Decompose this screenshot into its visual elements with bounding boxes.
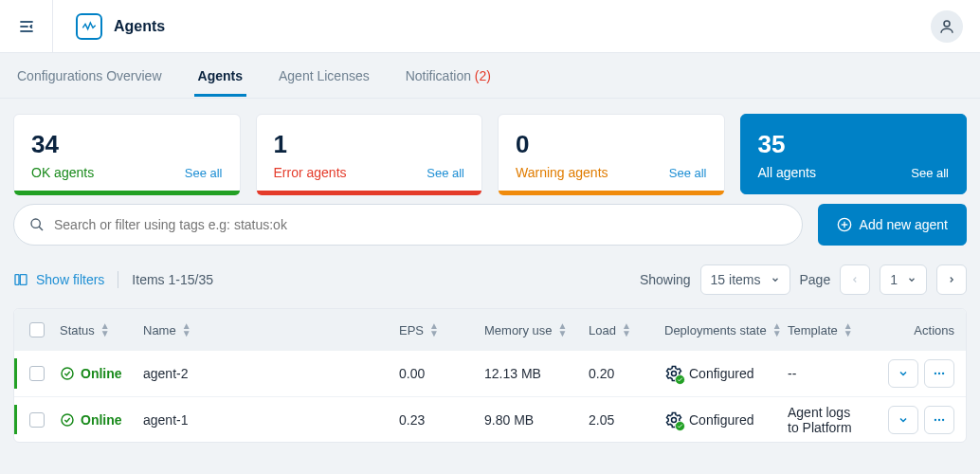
- sort-icon: ▲▼: [622, 322, 631, 337]
- show-filters-label: Show filters: [36, 272, 104, 287]
- column-load[interactable]: Load▲▼: [589, 322, 664, 337]
- sort-icon: ▲▼: [558, 322, 568, 337]
- card-warning-seeall-link[interactable]: See all: [669, 166, 707, 180]
- svg-point-11: [62, 368, 73, 379]
- page-prev-button[interactable]: [840, 264, 870, 295]
- card-warning-label: Warning agents: [516, 165, 608, 180]
- agent-template: Agent logs to Platform: [788, 405, 860, 435]
- page-label: Page: [800, 272, 831, 287]
- topbar: Agents: [0, 0, 980, 53]
- page-number-value: 1: [890, 272, 898, 287]
- add-button-label: Add new agent: [860, 217, 948, 232]
- card-all-value: 35: [758, 130, 950, 159]
- card-all-label: All agents: [758, 165, 816, 180]
- column-template[interactable]: Template▲▼: [788, 322, 860, 337]
- card-all-agents[interactable]: 35 All agents See all: [740, 114, 968, 194]
- tab-bar: Configurations Overview Agents Agent Lic…: [0, 53, 980, 99]
- column-memory-use[interactable]: Memory use▲▼: [484, 322, 589, 337]
- column-status[interactable]: Status▲▼: [60, 322, 143, 337]
- agent-deployments: Configured: [664, 364, 788, 383]
- tab-agent-licenses[interactable]: Agent Licenses: [275, 55, 373, 97]
- sort-icon: ▲▼: [182, 322, 191, 337]
- row-checkbox[interactable]: [29, 412, 45, 428]
- agent-eps: 0.00: [399, 366, 484, 381]
- row-checkbox[interactable]: [29, 366, 45, 381]
- table-row[interactable]: Online agent-1 0.23 9.80 MB 2.05 Configu…: [14, 396, 966, 442]
- page-number-select[interactable]: 1: [880, 264, 927, 295]
- table-row[interactable]: Online agent-2 0.00 12.13 MB 0.20 Config…: [14, 351, 966, 396]
- svg-point-21: [938, 418, 940, 420]
- agents-app-icon: [76, 13, 102, 40]
- row-expand-button[interactable]: [888, 359, 918, 388]
- agents-table: Status▲▼ Name▲▼ EPS▲▼ Memory use▲▼ Load▲…: [13, 308, 967, 443]
- agent-eps: 0.23: [399, 412, 484, 428]
- gear-check-icon: [664, 364, 683, 383]
- card-ok-label: OK agents: [31, 165, 94, 180]
- page-title: Agents: [114, 18, 165, 35]
- items-range: Items 1-15/35: [132, 272, 213, 287]
- search-input[interactable]: [54, 217, 787, 232]
- agent-name: agent-2: [143, 366, 399, 381]
- more-horizontal-icon: [933, 367, 946, 380]
- chevron-down-icon: [907, 275, 916, 284]
- tab-notification-label: Notification: [406, 68, 471, 83]
- card-error-agents[interactable]: 1 Error agents See all: [256, 114, 483, 194]
- show-filters-button[interactable]: Show filters: [13, 272, 104, 287]
- summary-cards: 34 OK agents See all 1 Error agents See …: [0, 99, 980, 204]
- card-ok-agents[interactable]: 34 OK agents See all: [13, 114, 241, 194]
- chevron-down-icon: [898, 414, 909, 426]
- page-next-button[interactable]: [936, 264, 967, 295]
- table-header: Status▲▼ Name▲▼ EPS▲▼ Memory use▲▼ Load▲…: [14, 309, 966, 351]
- svg-point-15: [938, 373, 940, 374]
- row-more-actions-button[interactable]: [924, 359, 954, 388]
- search-box[interactable]: [13, 204, 803, 246]
- column-deployments-state[interactable]: Deployments state▲▼: [664, 322, 788, 337]
- column-eps[interactable]: EPS▲▼: [399, 322, 484, 337]
- items-per-page-select[interactable]: 15 items: [700, 264, 790, 295]
- filter-panel-icon: [13, 272, 28, 287]
- tab-configurations-overview[interactable]: Configurations Overview: [13, 55, 166, 97]
- svg-point-4: [31, 219, 40, 228]
- card-error-value: 1: [274, 130, 465, 159]
- agent-name: agent-1: [143, 412, 399, 428]
- select-all-checkbox[interactable]: [29, 322, 45, 337]
- card-error-seeall-link[interactable]: See all: [426, 166, 464, 180]
- status-badge: Online: [60, 412, 122, 428]
- svg-point-20: [935, 418, 936, 420]
- tab-notification[interactable]: Notification (2): [402, 55, 495, 97]
- search-icon: [29, 217, 45, 232]
- card-ok-value: 34: [31, 130, 223, 159]
- agent-load: 2.05: [589, 412, 664, 428]
- tab-agents[interactable]: Agents: [194, 55, 246, 97]
- card-warning-value: 0: [516, 130, 707, 159]
- card-all-seeall-link[interactable]: See all: [911, 166, 949, 180]
- check-circle-icon: [60, 366, 75, 381]
- separator: [118, 271, 118, 288]
- plus-circle-icon: [837, 217, 852, 232]
- chevron-down-icon: [898, 368, 909, 379]
- title-block: Agents: [53, 13, 165, 40]
- row-expand-button[interactable]: [888, 406, 918, 434]
- column-name[interactable]: Name▲▼: [143, 322, 399, 337]
- gear-check-icon: [664, 410, 683, 429]
- sort-icon: ▲▼: [429, 322, 439, 337]
- chevron-right-icon: [947, 275, 956, 284]
- row-more-actions-button[interactable]: [924, 406, 954, 434]
- check-circle-icon: [60, 412, 75, 428]
- add-new-agent-button[interactable]: Add new agent: [818, 204, 967, 246]
- user-profile-button[interactable]: [931, 10, 963, 43]
- svg-rect-10: [20, 275, 27, 285]
- menu-toggle-button[interactable]: [0, 0, 53, 53]
- sort-icon: ▲▼: [772, 322, 782, 337]
- sort-icon: ▲▼: [100, 322, 110, 337]
- items-per-page-value: 15 items: [711, 272, 761, 287]
- more-horizontal-icon: [933, 413, 946, 427]
- column-actions: Actions: [860, 323, 954, 337]
- menu-icon: [17, 17, 36, 36]
- svg-rect-9: [15, 275, 19, 285]
- card-warning-agents[interactable]: 0 Warning agents See all: [498, 114, 725, 194]
- svg-point-14: [935, 373, 936, 374]
- card-ok-seeall-link[interactable]: See all: [185, 166, 223, 180]
- pagination-controls: Showing 15 items Page 1: [640, 264, 967, 295]
- svg-point-3: [944, 21, 950, 27]
